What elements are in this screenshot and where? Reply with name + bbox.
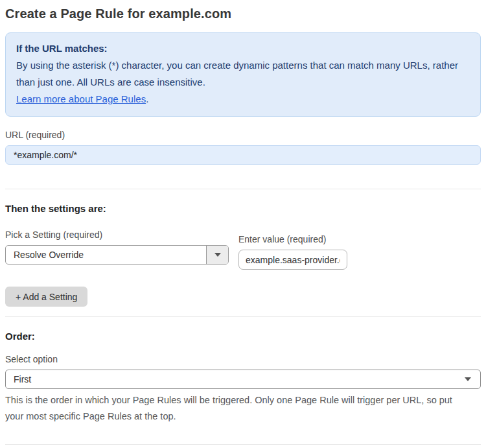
setting-picker-column: Pick a Setting (required) Resolve Overri… — [5, 230, 238, 265]
order-select-value: First — [14, 374, 31, 384]
url-field-label: URL (required) — [5, 130, 481, 140]
setting-value-input[interactable] — [238, 250, 347, 270]
link-suffix: . — [146, 93, 148, 104]
order-select[interactable]: First — [5, 370, 481, 389]
info-box-body: By using the asterisk (*) character, you… — [16, 57, 470, 91]
order-section-heading: Order: — [5, 331, 481, 342]
info-box-link-line: Learn more about Page Rules. — [16, 91, 470, 108]
order-select-label: Select option — [5, 354, 481, 364]
create-page-rule-form: Create a Page Rule for example.com If th… — [0, 0, 486, 448]
setting-select-value: Resolve Override — [6, 250, 84, 260]
setting-select-arrow-button[interactable] — [206, 246, 228, 264]
divider — [5, 316, 481, 317]
setting-picker-label: Pick a Setting (required) — [5, 230, 238, 240]
setting-value-column: Enter value (required) — [238, 234, 347, 270]
chevron-down-icon — [214, 253, 221, 257]
settings-section-heading: Then the settings are: — [5, 203, 481, 214]
order-help-text: This is the order in which your Page Rul… — [5, 392, 472, 425]
add-setting-button[interactable]: + Add a Setting — [5, 287, 87, 307]
page-title: Create a Page Rule for example.com — [5, 6, 481, 21]
learn-more-link[interactable]: Learn more about Page Rules — [16, 93, 146, 104]
setting-value-label: Enter value (required) — [238, 234, 347, 244]
settings-row: Pick a Setting (required) Resolve Overri… — [5, 230, 481, 270]
url-input[interactable] — [5, 145, 481, 165]
url-match-info-box: If the URL matches: By using the asteris… — [5, 32, 481, 117]
info-box-heading: If the URL matches: — [16, 40, 470, 57]
divider — [5, 189, 481, 189]
setting-select[interactable]: Resolve Override — [5, 245, 229, 265]
divider — [5, 444, 481, 445]
chevron-down-icon — [465, 377, 471, 381]
